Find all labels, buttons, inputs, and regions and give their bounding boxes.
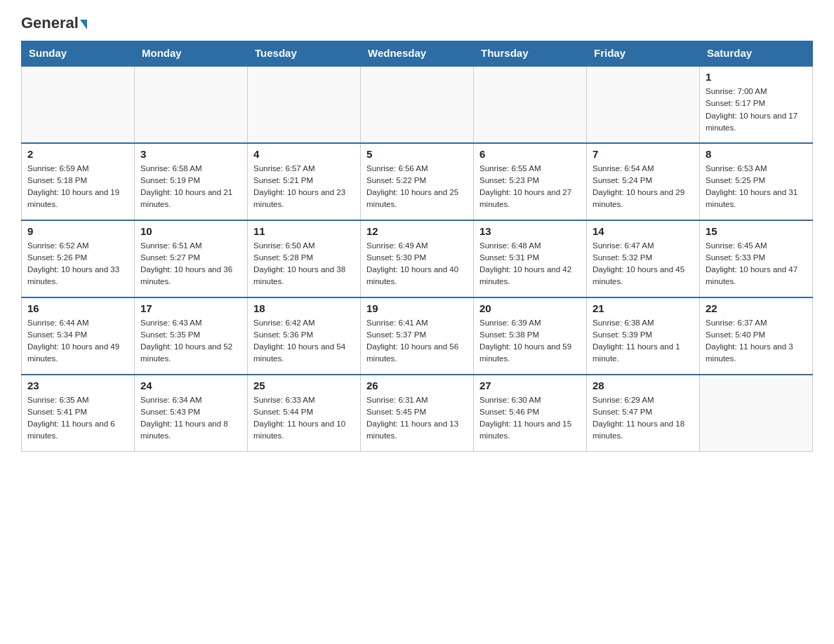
day-info: Sunrise: 6:59 AMSunset: 5:18 PMDaylight:…: [27, 163, 128, 211]
calendar-day-cell: 7Sunrise: 6:54 AMSunset: 5:24 PMDaylight…: [587, 143, 700, 220]
calendar-week-row: 2Sunrise: 6:59 AMSunset: 5:18 PMDaylight…: [22, 143, 813, 220]
calendar-day-cell: 16Sunrise: 6:44 AMSunset: 5:34 PMDayligh…: [22, 297, 135, 375]
calendar-table: SundayMondayTuesdayWednesdayThursdayFrid…: [21, 41, 813, 452]
calendar-day-cell: [22, 66, 135, 143]
day-info: Sunrise: 6:52 AMSunset: 5:26 PMDaylight:…: [27, 240, 128, 288]
calendar-day-cell: 28Sunrise: 6:29 AMSunset: 5:47 PMDayligh…: [587, 375, 700, 452]
calendar-day-cell: 23Sunrise: 6:35 AMSunset: 5:41 PMDayligh…: [22, 375, 135, 452]
calendar-day-cell: 25Sunrise: 6:33 AMSunset: 5:44 PMDayligh…: [248, 375, 361, 452]
day-number: 28: [593, 380, 694, 391]
day-number: 12: [366, 225, 468, 237]
day-number: 22: [706, 302, 807, 314]
day-of-week-header: Monday: [135, 41, 248, 66]
day-number: 23: [27, 380, 128, 391]
calendar-day-cell: 17Sunrise: 6:43 AMSunset: 5:35 PMDayligh…: [135, 297, 248, 375]
day-number: 15: [706, 225, 807, 237]
day-info: Sunrise: 6:50 AMSunset: 5:28 PMDaylight:…: [253, 240, 355, 288]
calendar-day-cell: 8Sunrise: 6:53 AMSunset: 5:25 PMDaylight…: [700, 143, 813, 220]
day-info: Sunrise: 6:31 AMSunset: 5:45 PMDaylight:…: [366, 394, 468, 443]
calendar-day-cell: 2Sunrise: 6:59 AMSunset: 5:18 PMDaylight…: [22, 143, 135, 220]
day-number: 4: [253, 148, 355, 160]
day-info: Sunrise: 6:38 AMSunset: 5:39 PMDaylight:…: [593, 317, 694, 365]
day-number: 24: [140, 380, 241, 391]
logo-main-text: General: [21, 14, 79, 32]
calendar-day-cell: 22Sunrise: 6:37 AMSunset: 5:40 PMDayligh…: [700, 297, 813, 375]
day-number: 19: [366, 302, 468, 314]
calendar-day-cell: 26Sunrise: 6:31 AMSunset: 5:45 PMDayligh…: [361, 375, 474, 452]
day-of-week-header: Saturday: [700, 41, 813, 66]
day-info: Sunrise: 6:41 AMSunset: 5:37 PMDaylight:…: [366, 317, 468, 365]
calendar-day-cell: 27Sunrise: 6:30 AMSunset: 5:46 PMDayligh…: [474, 375, 587, 452]
day-info: Sunrise: 6:37 AMSunset: 5:40 PMDaylight:…: [706, 317, 807, 365]
day-number: 3: [140, 148, 241, 160]
day-info: Sunrise: 6:54 AMSunset: 5:24 PMDaylight:…: [593, 163, 694, 211]
day-info: Sunrise: 6:35 AMSunset: 5:41 PMDaylight:…: [27, 394, 128, 443]
calendar-day-cell: [700, 375, 813, 452]
day-number: 26: [366, 380, 468, 391]
day-number: 8: [706, 148, 807, 160]
day-info: Sunrise: 6:56 AMSunset: 5:22 PMDaylight:…: [366, 163, 468, 211]
day-info: Sunrise: 6:49 AMSunset: 5:30 PMDaylight:…: [366, 240, 468, 288]
calendar-day-cell: 1Sunrise: 7:00 AMSunset: 5:17 PMDaylight…: [700, 66, 813, 143]
day-number: 5: [366, 148, 468, 160]
day-info: Sunrise: 6:30 AMSunset: 5:46 PMDaylight:…: [479, 394, 581, 443]
day-number: 27: [479, 380, 581, 391]
calendar-day-cell: 21Sunrise: 6:38 AMSunset: 5:39 PMDayligh…: [587, 297, 700, 375]
day-info: Sunrise: 6:48 AMSunset: 5:31 PMDaylight:…: [479, 240, 581, 288]
day-number: 14: [593, 225, 694, 237]
calendar-day-cell: 10Sunrise: 6:51 AMSunset: 5:27 PMDayligh…: [135, 220, 248, 297]
day-info: Sunrise: 6:33 AMSunset: 5:44 PMDaylight:…: [253, 394, 355, 443]
logo: General: [21, 14, 87, 29]
calendar-day-cell: 24Sunrise: 6:34 AMSunset: 5:43 PMDayligh…: [135, 375, 248, 452]
calendar-day-cell: 15Sunrise: 6:45 AMSunset: 5:33 PMDayligh…: [700, 220, 813, 297]
day-info: Sunrise: 6:44 AMSunset: 5:34 PMDaylight:…: [27, 317, 128, 365]
day-info: Sunrise: 6:42 AMSunset: 5:36 PMDaylight:…: [253, 317, 355, 365]
day-info: Sunrise: 6:47 AMSunset: 5:32 PMDaylight:…: [593, 240, 694, 288]
calendar-day-cell: 11Sunrise: 6:50 AMSunset: 5:28 PMDayligh…: [248, 220, 361, 297]
calendar-day-cell: [361, 66, 474, 143]
day-number: 20: [479, 302, 581, 314]
day-number: 2: [27, 148, 128, 160]
day-number: 10: [140, 225, 241, 237]
calendar-day-cell: 5Sunrise: 6:56 AMSunset: 5:22 PMDaylight…: [361, 143, 474, 220]
calendar-week-row: 16Sunrise: 6:44 AMSunset: 5:34 PMDayligh…: [22, 297, 813, 375]
calendar-day-cell: 4Sunrise: 6:57 AMSunset: 5:21 PMDaylight…: [248, 143, 361, 220]
calendar-day-cell: 3Sunrise: 6:58 AMSunset: 5:19 PMDaylight…: [135, 143, 248, 220]
day-info: Sunrise: 7:00 AMSunset: 5:17 PMDaylight:…: [706, 86, 807, 134]
day-number: 16: [27, 302, 128, 314]
day-number: 9: [27, 225, 128, 237]
calendar-day-cell: 6Sunrise: 6:55 AMSunset: 5:23 PMDaylight…: [474, 143, 587, 220]
calendar-day-cell: 9Sunrise: 6:52 AMSunset: 5:26 PMDaylight…: [22, 220, 135, 297]
day-info: Sunrise: 6:45 AMSunset: 5:33 PMDaylight:…: [706, 240, 807, 288]
calendar-day-cell: [587, 66, 700, 143]
calendar-week-row: 9Sunrise: 6:52 AMSunset: 5:26 PMDaylight…: [22, 220, 813, 297]
day-number: 13: [479, 225, 581, 237]
day-info: Sunrise: 6:29 AMSunset: 5:47 PMDaylight:…: [593, 394, 694, 443]
day-info: Sunrise: 6:57 AMSunset: 5:21 PMDaylight:…: [253, 163, 355, 211]
days-of-week-row: SundayMondayTuesdayWednesdayThursdayFrid…: [22, 41, 813, 66]
calendar-day-cell: 18Sunrise: 6:42 AMSunset: 5:36 PMDayligh…: [248, 297, 361, 375]
day-number: 18: [253, 302, 355, 314]
day-number: 21: [593, 302, 694, 314]
page-header: General: [21, 14, 813, 29]
calendar-day-cell: [135, 66, 248, 143]
day-number: 25: [253, 380, 355, 391]
calendar-header: SundayMondayTuesdayWednesdayThursdayFrid…: [22, 41, 813, 66]
calendar-day-cell: 13Sunrise: 6:48 AMSunset: 5:31 PMDayligh…: [474, 220, 587, 297]
day-number: 11: [253, 225, 355, 237]
day-number: 6: [479, 148, 581, 160]
calendar-day-cell: [248, 66, 361, 143]
day-number: 17: [140, 302, 241, 314]
calendar-week-row: 1Sunrise: 7:00 AMSunset: 5:17 PMDaylight…: [22, 66, 813, 143]
calendar-day-cell: 19Sunrise: 6:41 AMSunset: 5:37 PMDayligh…: [361, 297, 474, 375]
calendar-day-cell: [474, 66, 587, 143]
day-info: Sunrise: 6:43 AMSunset: 5:35 PMDaylight:…: [140, 317, 241, 365]
day-of-week-header: Tuesday: [248, 41, 361, 66]
day-of-week-header: Sunday: [22, 41, 135, 66]
day-number: 1: [706, 71, 807, 83]
day-of-week-header: Wednesday: [361, 41, 474, 66]
day-info: Sunrise: 6:51 AMSunset: 5:27 PMDaylight:…: [140, 240, 241, 288]
calendar-body: 1Sunrise: 7:00 AMSunset: 5:17 PMDaylight…: [22, 66, 813, 452]
calendar-day-cell: 20Sunrise: 6:39 AMSunset: 5:38 PMDayligh…: [474, 297, 587, 375]
calendar-day-cell: 12Sunrise: 6:49 AMSunset: 5:30 PMDayligh…: [361, 220, 474, 297]
